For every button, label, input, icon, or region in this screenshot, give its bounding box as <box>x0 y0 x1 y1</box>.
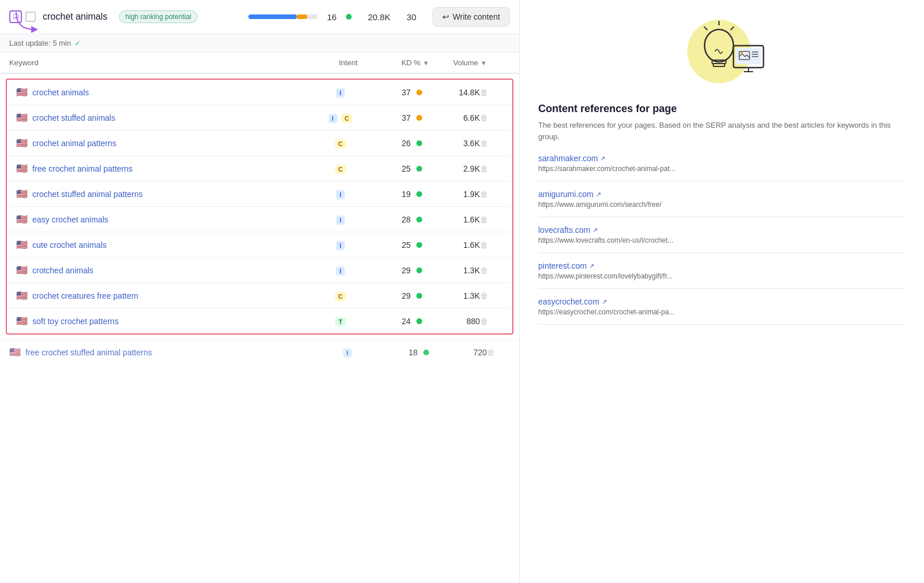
col-header-intent: Intent <box>325 58 371 67</box>
flag-icon: 🇺🇸 <box>16 138 28 148</box>
svg-line-5 <box>704 27 707 30</box>
delete-icon[interactable]: 🗑 <box>480 88 488 97</box>
write-content-button[interactable]: ↩ Write content <box>433 7 510 27</box>
external-link-icon: ↗ <box>593 226 598 234</box>
keyword-link[interactable]: free crochet animal patterns <box>32 164 318 173</box>
volume-cell: 720 <box>429 348 487 357</box>
keyword-link[interactable]: crochet stuffed animals <box>32 113 318 122</box>
last-update-text: Last update: 5 min <box>9 39 71 47</box>
flag-icon: 🇺🇸 <box>16 214 28 225</box>
external-link-icon: ↗ <box>602 298 607 306</box>
flag-icon: 🇺🇸 <box>16 87 28 98</box>
kd-dot <box>416 191 422 197</box>
kd-dot <box>423 350 429 355</box>
flag-icon: 🇺🇸 <box>16 112 28 123</box>
flag-icon: 🇺🇸 <box>16 315 28 326</box>
last-update-bar: Last update: 5 min ✓ <box>0 34 519 53</box>
ref-item: sarahmaker.com ↗ https://sarahmaker.com/… <box>538 154 906 181</box>
ref-url: https://www.lovecrafts.com/en-us/l/croch… <box>538 236 758 244</box>
keyword-link[interactable]: crochet creatures free pattern <box>32 291 318 300</box>
flag-icon: 🇺🇸 <box>16 188 28 199</box>
ref-item: amigurumi.com ↗ https://www.amigurumi.co… <box>538 190 906 217</box>
intent-cell: T <box>318 317 364 326</box>
intent-cell: I <box>318 266 364 275</box>
table-row: 🇺🇸 soft toy crochet patterns T 24 880 🗑 <box>7 309 512 333</box>
table-row: 🇺🇸 crochet animals I 37 14.8K 🗑 <box>7 80 512 105</box>
table-row: 🇺🇸 easy crochet animals I 28 1.6K 🗑 <box>7 207 512 232</box>
keyword-link[interactable]: free crochet stuffed animal patterns <box>25 348 325 357</box>
kd-cell: 25 <box>364 240 422 250</box>
delete-icon[interactable]: 🗑 <box>480 240 488 250</box>
kd-cell: 26 <box>364 139 422 148</box>
volume-cell: 2.9K <box>422 164 480 173</box>
kd-dot <box>416 90 422 95</box>
ref-link[interactable]: pinterest.com ↗ <box>538 261 906 270</box>
intent-badge-i: I <box>336 266 345 276</box>
volume-cell: 3.6K <box>422 139 480 148</box>
intent-cell: I <box>318 88 364 97</box>
volume-cell: 14.8K <box>422 88 480 97</box>
keyword-link[interactable]: crochet animal patterns <box>32 139 318 148</box>
intent-cell: I <box>325 348 371 357</box>
delete-icon[interactable]: 🗑 <box>480 317 488 326</box>
flag-icon: 🇺🇸 <box>16 290 28 301</box>
volume-cell: 1.6K <box>422 215 480 224</box>
delete-icon[interactable]: 🗑 <box>480 164 488 173</box>
intent-badge-i: I <box>329 114 337 123</box>
ref-item: easycrochet.com ↗ https://easycrochet.co… <box>538 297 906 325</box>
keyword-link[interactable]: easy crochet animals <box>32 215 318 224</box>
delete-icon[interactable]: 🗑 <box>480 215 488 224</box>
delete-icon[interactable]: 🗑 <box>480 190 488 199</box>
ref-link[interactable]: sarahmaker.com ↗ <box>538 154 906 163</box>
ref-link[interactable]: amigurumi.com ↗ <box>538 190 906 199</box>
kd-cell: 29 <box>364 291 422 300</box>
content-refs-title: Content references for page <box>538 103 906 115</box>
kd-dot <box>416 115 422 121</box>
intent-badge-c: C <box>335 292 346 301</box>
keyword-link[interactable]: cute crochet animals <box>32 240 318 250</box>
illustration-area <box>538 14 906 89</box>
col-header-volume: Volume ▼ <box>429 58 487 67</box>
checkbox-wrapper: ☑ <box>9 10 36 23</box>
volume-cell: 1.3K <box>422 291 480 300</box>
delete-icon[interactable]: 🗑 <box>480 266 488 275</box>
score-dot <box>346 14 352 20</box>
delete-icon[interactable]: 🗑 <box>480 291 488 300</box>
header-keyword: crochet animals <box>43 12 107 22</box>
volume-cell: 880 <box>422 317 480 326</box>
ref-link[interactable]: easycrochet.com ↗ <box>538 297 906 306</box>
volume-filter-icon[interactable]: ▼ <box>480 60 487 66</box>
update-checkmark: ✓ <box>74 39 81 47</box>
table-row: 🇺🇸 crochet creatures free pattern C 29 1… <box>7 283 512 309</box>
illustration <box>676 14 768 89</box>
delete-icon[interactable]: 🗑 <box>480 139 488 148</box>
header-volume: 20.8K <box>368 12 390 22</box>
volume-cell: 1.3K <box>422 266 480 275</box>
ref-link[interactable]: lovecrafts.com ↗ <box>538 225 906 235</box>
keyword-link[interactable]: soft toy crochet patterns <box>32 317 318 326</box>
keyword-link[interactable]: crotched animals <box>32 266 318 275</box>
intent-badge-c: C <box>335 165 346 174</box>
kd-dot <box>416 140 422 146</box>
table-row: 🇺🇸 free crochet stuffed animal patterns … <box>0 339 519 365</box>
kd-dot <box>416 217 422 222</box>
external-link-icon: ↗ <box>589 262 594 270</box>
svg-point-11 <box>740 52 743 54</box>
kd-dot <box>416 166 422 172</box>
delete-icon[interactable]: 🗑 <box>487 348 495 357</box>
table-header: Keyword Intent KD % ▼ Volume ▼ <box>0 53 519 74</box>
intent-cell: I <box>318 240 364 250</box>
kd-filter-icon[interactable]: ▼ <box>423 60 429 66</box>
ref-url: https://easycrochet.com/crochet-animal-p… <box>538 308 758 316</box>
intent-cell: I <box>318 215 364 224</box>
kd-dot <box>416 268 422 273</box>
svg-line-4 <box>731 27 734 30</box>
keyword-link[interactable]: crochet animals <box>32 88 318 97</box>
intent-badge-t: T <box>335 317 346 326</box>
kd-dot <box>416 293 422 299</box>
header-count: 30 <box>407 12 416 22</box>
delete-icon[interactable]: 🗑 <box>480 113 488 122</box>
keyword-link[interactable]: crochet stuffed animal patterns <box>32 190 318 199</box>
kd-dot <box>416 318 422 324</box>
progress-fill-blue <box>248 14 297 19</box>
